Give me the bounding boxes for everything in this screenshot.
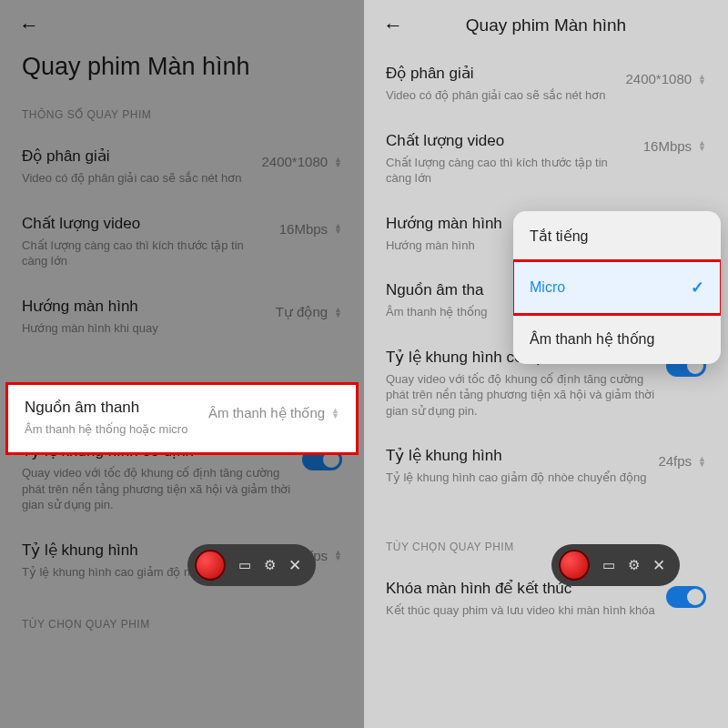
audio-source-highlight: Nguồn âm thanh Âm thanh hệ thống hoặc mi… [5, 382, 359, 455]
header: ← [0, 0, 364, 44]
chevron-updown-icon: ▲▼ [334, 223, 342, 234]
resolution-row[interactable]: Độ phân giải Video có độ phân giải cao s… [0, 134, 364, 201]
popup-mute-label: Tắt tiếng [530, 228, 588, 245]
header-title: Quay phim Màn hình [411, 15, 681, 35]
left-screenshot: ← Quay phim Màn hình THÔNG SỐ QUAY PHIM … [0, 0, 364, 728]
quality-value: 16Mbps▲▼ [279, 214, 342, 237]
chevron-updown-icon: ▲▼ [698, 140, 706, 151]
folder-icon[interactable]: ▭ [602, 557, 615, 573]
chevron-updown-icon: ▲▼ [698, 74, 706, 85]
audio-title: Nguồn âm thanh [25, 398, 201, 417]
chevron-updown-icon: ▲▼ [334, 550, 342, 561]
fps-row[interactable]: Tỷ lệ khung hình Tỷ lệ khung hình cao gi… [364, 433, 728, 500]
section-label-2: TÙY CHỌN QUAY PHIM [0, 594, 364, 643]
back-arrow-icon[interactable]: ← [16, 13, 42, 38]
popup-system-label: Âm thanh hệ thống [530, 330, 654, 348]
quality-desc: Chất lượng càng cao thì kích thước tập t… [22, 238, 272, 269]
record-button-icon[interactable] [559, 550, 590, 581]
page-title: Quay phim Màn hình [0, 44, 364, 85]
fixed-fps-desc: Quay video với tốc độ khung cố định tăng… [22, 465, 295, 513]
close-icon[interactable]: ✕ [288, 556, 301, 575]
resolution-title: Độ phân giải [386, 64, 619, 83]
audio-source-row[interactable]: Nguồn âm thanh Âm thanh hệ thống hoặc mi… [8, 385, 356, 452]
chevron-updown-icon: ▲▼ [334, 157, 342, 167]
orientation-title: Hướng màn hình [22, 297, 268, 316]
lock-desc: Kết thúc quay phim và lưu video khi màn … [386, 602, 659, 619]
quality-title: Chất lượng video [22, 214, 272, 233]
section-label: THÔNG SỐ QUAY PHIM [0, 85, 364, 134]
popup-option-system[interactable]: Âm thanh hệ thống [513, 314, 721, 364]
popup-option-micro[interactable]: Micro ✓ [513, 261, 721, 314]
chevron-updown-icon: ▲▼ [334, 307, 342, 318]
fps-value: 24fps▲▼ [658, 446, 706, 469]
record-button-icon[interactable] [195, 550, 226, 581]
resolution-value: 2400*1080▲▼ [626, 64, 707, 86]
quality-row[interactable]: Chất lượng video Chất lượng càng cao thì… [0, 201, 364, 284]
fps-title: Tỷ lệ khung hình [386, 446, 651, 465]
resolution-title: Độ phân giải [22, 147, 255, 166]
resolution-desc: Video có độ phân giải cao sẽ sắc nét hơn [386, 87, 619, 104]
gear-icon[interactable]: ⚙ [264, 557, 276, 573]
audio-source-popup: Tắt tiếng Micro ✓ Âm thanh hệ thống [513, 211, 721, 364]
fixed-fps-desc: Quay video với tốc độ khung cố định tăng… [386, 371, 659, 420]
popup-micro-label: Micro [530, 279, 565, 296]
fps-desc: Tỷ lệ khung hình cao giảm độ nhòe chuyển… [386, 470, 651, 486]
resolution-value: 2400*1080▲▼ [262, 147, 343, 169]
close-icon[interactable]: ✕ [652, 556, 665, 575]
chevron-updown-icon: ▲▼ [331, 408, 339, 419]
chevron-updown-icon: ▲▼ [698, 456, 706, 467]
back-arrow-icon[interactable]: ← [380, 13, 406, 38]
recorder-pill[interactable]: ▭ ⚙ ✕ [551, 544, 680, 586]
resolution-row[interactable]: Độ phân giải Video có độ phân giải cao s… [364, 44, 728, 118]
resolution-desc: Video có độ phân giải cao sẽ sắc nét hơn [22, 170, 255, 187]
gear-icon[interactable]: ⚙ [628, 557, 640, 573]
orientation-row[interactable]: Hướng màn hình Hướng màn hình khi quay T… [0, 284, 364, 351]
quality-title: Chất lượng video [386, 131, 636, 150]
quality-row[interactable]: Chất lượng video Chất lượng càng cao thì… [364, 118, 728, 201]
orientation-desc: Hướng màn hình khi quay [22, 320, 268, 337]
check-icon: ✓ [691, 278, 704, 298]
right-screenshot: ← Quay phim Màn hình Độ phân giải Video … [364, 0, 728, 728]
popup-option-mute[interactable]: Tắt tiếng [513, 211, 721, 261]
audio-value: Âm thanh hệ thống▲▼ [208, 398, 339, 421]
audio-desc: Âm thanh hệ thống hoặc micro [25, 421, 201, 438]
quality-value: 16Mbps▲▼ [643, 131, 706, 154]
lock-toggle[interactable] [666, 586, 706, 608]
quality-desc: Chất lượng càng cao thì kích thước tập t… [386, 155, 636, 187]
recorder-pill[interactable]: ▭ ⚙ ✕ [187, 544, 316, 586]
folder-icon[interactable]: ▭ [238, 557, 251, 573]
orientation-value: Tự động▲▼ [276, 297, 342, 320]
header: ← Quay phim Màn hình [364, 0, 728, 44]
